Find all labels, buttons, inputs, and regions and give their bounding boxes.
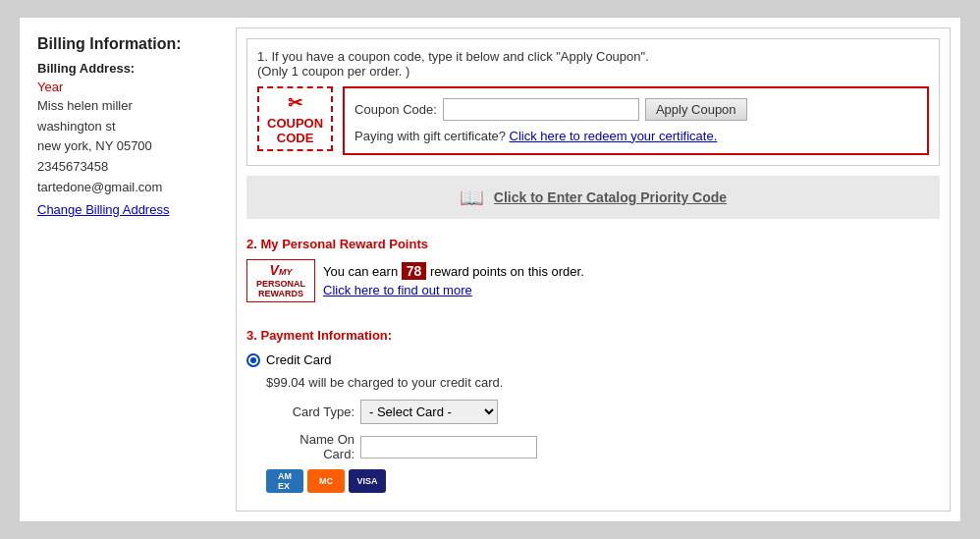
coupon-section: 1. If you have a coupon code, type it be… [246, 38, 940, 166]
billing-email: tartedone@gmail.com [37, 178, 218, 198]
rewards-content: VMY PERSONAL REWARDS You can earn 78 rew… [246, 259, 940, 302]
amex-logo: AMEX [266, 469, 303, 493]
rewards-find-out-more-link[interactable]: Click here to find out more [323, 283, 584, 297]
gift-cert-link[interactable]: Click here to redeem your certificate. [510, 129, 718, 143]
rewards-earn-area: You can earn 78 reward points on this or… [323, 263, 584, 297]
coupon-badge-line2: CODE [277, 131, 314, 145]
billing-city-state-zip: new york, NY 05700 [37, 136, 218, 157]
coupon-code-row: Coupon Code: Apply Coupon [354, 98, 917, 121]
coupon-intro-line2: (Only 1 coupon per order. ) [257, 64, 409, 79]
billing-year: Year [37, 80, 218, 94]
coupon-code-input[interactable] [443, 98, 639, 121]
main-content: 1. If you have a coupon code, type it be… [236, 27, 951, 512]
charge-text: $99.04 will be charged to your credit ca… [266, 375, 940, 390]
name-on-card-input[interactable] [360, 436, 537, 458]
rewards-section-number: 2. [246, 237, 257, 251]
rewards-logo: VMY PERSONAL REWARDS [246, 259, 315, 302]
address-label: Billing Address: [37, 61, 218, 76]
payment-title-text: Payment Information: [260, 328, 392, 343]
card-logos: AMEX MC VISA [266, 469, 940, 493]
rewards-earn-before: You can earn [323, 264, 398, 279]
coupon-intro-line1: 1. If you have a coupon code, type it be… [257, 49, 649, 64]
rewards-title: 2. My Personal Reward Points [246, 237, 940, 251]
coupon-row: ✂ COUPON CODE Coupon Code: Apply Coupon … [257, 86, 929, 155]
rewards-title-text: My Personal Reward Points [260, 237, 428, 251]
catalog-section[interactable]: 📖 Click to Enter Catalog Priority Code [246, 176, 940, 219]
card-type-label: Card Type: [266, 404, 354, 419]
rewards-points-badge: 78 [402, 262, 427, 280]
coupon-badge-line1: COUPON [267, 116, 323, 131]
credit-card-label: Credit Card [266, 352, 331, 367]
scissors-icon: ✂ [288, 92, 302, 114]
billing-heading: Billing Information: [37, 35, 218, 53]
rewards-logo-vy: VMY [270, 262, 293, 278]
rewards-logo-personal: PERSONAL [251, 279, 310, 290]
name-on-card-row: Name On Card: [266, 432, 940, 461]
billing-street: washington st [37, 117, 218, 137]
rewards-earn-text: You can earn 78 reward points on this or… [323, 263, 584, 279]
catalog-priority-text: Click to Enter Catalog Priority Code [494, 189, 727, 205]
card-type-row: Card Type: - Select Card - Visa Masterca… [266, 400, 940, 424]
page-container: Billing Information: Billing Address: Ye… [19, 17, 961, 522]
payment-option-credit-card[interactable]: Credit Card [246, 352, 940, 367]
payment-section: 3. Payment Information: Credit Card $99.… [246, 320, 940, 501]
gift-cert-row: Paying with gift certificate? Click here… [354, 129, 917, 143]
visa-logo: VISA [349, 469, 386, 493]
card-type-select[interactable]: - Select Card - Visa Mastercard American… [360, 400, 498, 424]
coupon-badge: ✂ COUPON CODE [257, 86, 333, 151]
coupon-input-area: Coupon Code: Apply Coupon Paying with gi… [343, 86, 929, 155]
change-billing-address-link[interactable]: Change Billing Address [37, 202, 169, 217]
gift-cert-text: Paying with gift certificate? [354, 129, 506, 143]
catalog-book-icon: 📖 [460, 186, 484, 209]
rewards-earn-after: reward points on this order. [430, 264, 584, 279]
coupon-code-label: Coupon Code: [354, 102, 437, 117]
payment-section-number: 3. [246, 328, 257, 343]
billing-name: Miss helen miller [37, 96, 218, 117]
coupon-intro: 1. If you have a coupon code, type it be… [257, 49, 929, 79]
apply-coupon-button[interactable]: Apply Coupon [645, 98, 747, 121]
billing-phone: 2345673458 [37, 157, 218, 178]
name-on-card-label: Name On Card: [266, 432, 354, 461]
billing-sidebar: Billing Information: Billing Address: Ye… [29, 27, 226, 512]
mastercard-logo: MC [307, 469, 345, 493]
credit-card-radio[interactable] [246, 353, 260, 367]
rewards-section: 2. My Personal Reward Points VMY PERSONA… [246, 229, 940, 310]
payment-title: 3. Payment Information: [246, 328, 940, 343]
rewards-logo-rewards: REWARDS [251, 289, 310, 299]
